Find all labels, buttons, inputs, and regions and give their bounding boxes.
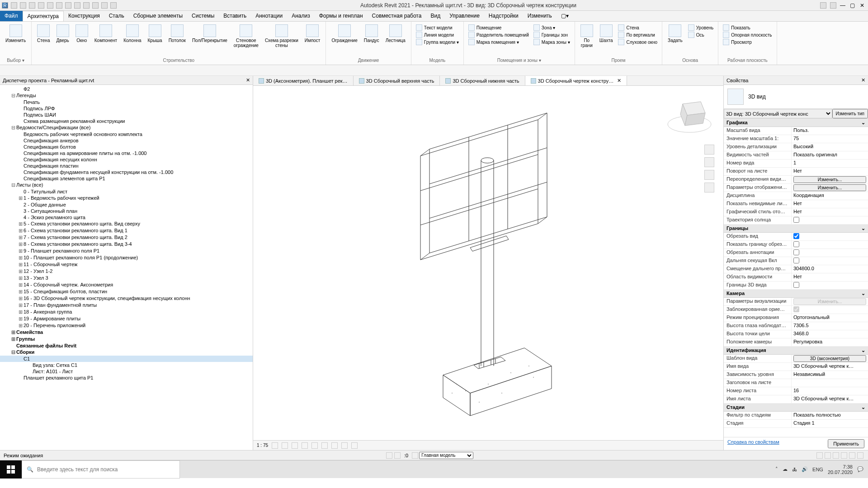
- prop-value[interactable]: Нет: [793, 201, 802, 206]
- qat-extra-icon[interactable]: [110, 2, 117, 9]
- ribbon-ramp-button[interactable]: Пандус: [361, 23, 382, 57]
- prop-value[interactable]: Независимый: [793, 371, 825, 377]
- tab-analyze[interactable]: Анализ: [287, 11, 315, 21]
- tree-item[interactable]: C1: [0, 356, 253, 362]
- ribbon-cgrid-button[interactable]: Схема разрезкистены: [262, 23, 301, 57]
- tray-clock[interactable]: 7:38 20.07.2020: [828, 464, 853, 475]
- prop-checkbox[interactable]: [793, 258, 799, 263]
- tree-item[interactable]: ⊞12 - Узел 1-2: [0, 268, 253, 275]
- ribbon-component-button[interactable]: Компонент: [92, 23, 120, 57]
- expand-icon[interactable]: ⊞: [18, 309, 23, 315]
- tab-manage[interactable]: Управление: [445, 11, 484, 21]
- prop-value[interactable]: 3D Сборочный чертеж к…: [793, 363, 854, 369]
- qat-text-icon[interactable]: [83, 2, 90, 9]
- tree-item[interactable]: ⊞1 - Ведомость рабочих чертежей: [0, 195, 253, 202]
- prop-value[interactable]: Показать оригинал: [793, 152, 837, 157]
- expand-icon[interactable]: ⌄: [861, 291, 865, 296]
- ribbon-face-button[interactable]: Пограни: [578, 23, 596, 57]
- tree-item[interactable]: ⊞18 - Анкерная группа: [0, 309, 253, 315]
- expand-icon[interactable]: ⊟: [11, 93, 15, 99]
- tree-item[interactable]: Спецификация пластин: [0, 163, 253, 169]
- prop-value[interactable]: Высокий: [793, 144, 813, 149]
- expand-icon[interactable]: ⊟: [11, 349, 15, 355]
- prop-group-header[interactable]: Стадии⌄: [724, 404, 868, 412]
- expand-icon[interactable]: ⊞: [18, 289, 23, 295]
- ribbon-level-button[interactable]: Уровень: [688, 24, 714, 31]
- prop-value[interactable]: 304800.0: [793, 266, 814, 271]
- prop-checkbox[interactable]: [793, 233, 799, 239]
- prop-checkbox[interactable]: [793, 217, 799, 223]
- tree-item[interactable]: ⊞Семейства: [0, 329, 253, 336]
- minimize-button[interactable]: —: [840, 2, 846, 9]
- prop-value[interactable]: Координация: [793, 192, 824, 198]
- tree-item[interactable]: Ф2: [0, 86, 253, 92]
- qat-sync-icon[interactable]: [29, 2, 35, 9]
- tree-item[interactable]: ⊞17 - План фундаментной плиты: [0, 302, 253, 309]
- tab-steel[interactable]: Сталь: [104, 11, 129, 21]
- qat-print-icon[interactable]: [56, 2, 62, 9]
- qat-tag-icon[interactable]: [101, 2, 108, 9]
- tab-addins[interactable]: Надстройки: [484, 11, 523, 21]
- tree-item[interactable]: ⊞19 - Армирование плиты: [0, 315, 253, 322]
- status-ic8[interactable]: [849, 452, 855, 459]
- tab-systems[interactable]: Системы: [187, 11, 219, 21]
- expand-icon[interactable]: ⊞: [18, 268, 23, 274]
- ribbon-window-button[interactable]: Окно: [73, 23, 91, 57]
- expand-icon[interactable]: ⊞: [18, 235, 23, 240]
- tree-item[interactable]: ⊞8 - Схема установки рекламного щита. Ви…: [0, 241, 253, 248]
- view-scale[interactable]: 1 : 75: [257, 443, 268, 448]
- expand-icon[interactable]: ⌄: [861, 120, 865, 126]
- ribbon-roof-button[interactable]: Крыша: [145, 23, 165, 57]
- tree-item[interactable]: Подпись ШАИ: [0, 112, 253, 118]
- tree-item[interactable]: 2 - Общие данные: [0, 202, 253, 208]
- prop-value[interactable]: 3468.0: [793, 331, 809, 336]
- ribbon-view-button[interactable]: Просмотр: [723, 39, 772, 45]
- ribbon-odorm-button[interactable]: Слуховое окно: [618, 39, 657, 45]
- tab-structure[interactable]: Конструкция: [64, 11, 104, 21]
- tree-item[interactable]: Связанные файлы Revit: [0, 343, 253, 349]
- prop-checkbox[interactable]: [793, 241, 799, 247]
- tab-file[interactable]: Файл: [0, 11, 23, 21]
- detail-icon[interactable]: [272, 442, 278, 449]
- ribbon-floor-button[interactable]: Пол/Перекрытие: [189, 23, 230, 57]
- prop-group-header[interactable]: Границы⌄: [724, 225, 868, 233]
- expand-icon[interactable]: ⊞: [11, 336, 15, 342]
- expand-icon[interactable]: ⊞: [11, 329, 15, 335]
- tab-insert[interactable]: Вставить: [219, 11, 251, 21]
- hide-icon[interactable]: [331, 442, 338, 449]
- tree-item[interactable]: ⊟Листы (все): [0, 182, 253, 188]
- expand-icon[interactable]: ⊞: [18, 228, 23, 234]
- prop-value[interactable]: Регулировка: [793, 339, 822, 344]
- expand-icon[interactable]: ⌄: [861, 225, 865, 231]
- ribbon-owall-button[interactable]: Стена: [618, 24, 657, 31]
- expand-icon[interactable]: ⌄: [861, 347, 865, 353]
- view-cube[interactable]: [665, 90, 714, 140]
- tree-item[interactable]: ⊞14 - Сборочный чертеж. Аксонометрия: [0, 282, 253, 288]
- expand-icon[interactable]: ⊞: [18, 302, 23, 308]
- qat-dim-icon[interactable]: [92, 2, 99, 9]
- tree-item[interactable]: ⊟Легенды: [0, 92, 253, 99]
- tab-collab[interactable]: Совместная работа: [368, 11, 426, 21]
- prop-edit-button[interactable]: 3D (аксонометрия): [793, 355, 866, 362]
- tree-item[interactable]: Спецификация несущих колонн: [0, 156, 253, 163]
- expand-icon[interactable]: ⊞: [18, 316, 23, 322]
- status-ic5[interactable]: [825, 452, 831, 459]
- qat-open-icon[interactable]: [11, 2, 17, 9]
- ribbon-rsep-button[interactable]: Разделитель помещений: [468, 32, 529, 38]
- tree-item[interactable]: ⊞7 - Схема установки рекламного щита. Ви…: [0, 234, 253, 241]
- prop-value[interactable]: 7306.5: [793, 323, 809, 328]
- ribbon-set-button[interactable]: Задать: [665, 23, 685, 57]
- help-icon[interactable]: [830, 2, 836, 9]
- expand-icon[interactable]: ⊞: [18, 241, 23, 247]
- tree-item[interactable]: ⊞10 - Планшет рекламного поля Р1 (продол…: [0, 254, 253, 261]
- prop-edit-button[interactable]: Изменить...: [793, 176, 866, 183]
- sun-icon[interactable]: [292, 442, 298, 449]
- tree-item[interactable]: ⊟Ведомости/Спецификации (все): [0, 124, 253, 131]
- expand-icon[interactable]: ⊞: [18, 275, 23, 281]
- tree-item[interactable]: 4 - Эскиз рекламного щита: [0, 214, 253, 221]
- tab-annotate[interactable]: Аннотации: [251, 11, 287, 21]
- expand-icon[interactable]: ⊞: [18, 221, 23, 227]
- tree-item[interactable]: ⊞9 - Планшет рекламного поля Р1: [0, 248, 253, 254]
- prop-checkbox[interactable]: [793, 282, 799, 288]
- style-icon[interactable]: [282, 442, 288, 449]
